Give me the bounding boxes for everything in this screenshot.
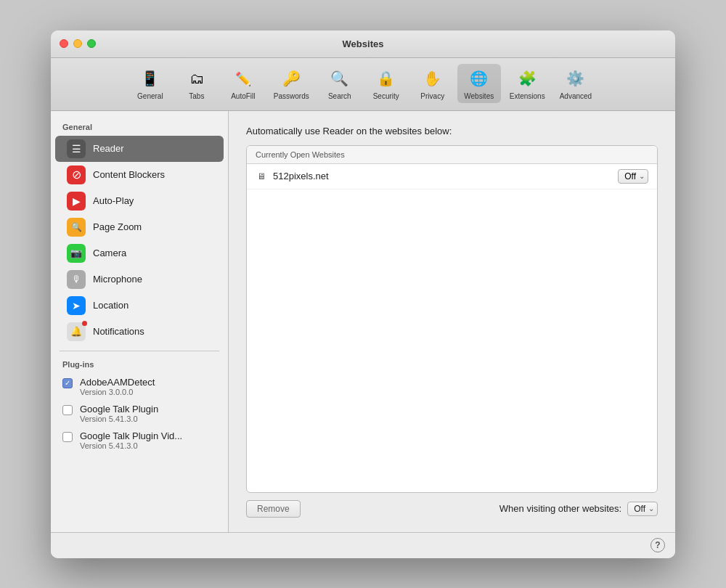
toolbar-item-search[interactable]: Search [318,64,362,103]
sidebar-item-notifications[interactable]: 🔔 Notifications [55,319,224,345]
toolbar-label-search: Search [328,92,351,100]
toolbar-item-extensions[interactable]: Extensions [504,64,551,103]
sidebar-item-camera[interactable]: 📷 Camera [55,240,224,266]
plugin-version-adobe: Version 3.0.0.0 [80,388,155,396]
toolbar-label-autofill: AutoFill [231,92,255,100]
toolbar-item-advanced[interactable]: Advanced [554,64,597,103]
toolbar-label-security: Security [373,92,399,100]
toolbar-label-passwords: Passwords [274,92,309,100]
extensions-toolbar-icon [515,67,539,90]
bottom-bar: Remove When visiting other websites: Off… [246,500,658,518]
privacy-toolbar-icon [421,67,444,90]
plugin-version-googletalk: Version 5.41.3.0 [80,415,158,423]
autofill-toolbar-icon [232,67,255,90]
plugin-name-googletalk-vid: Google Talk Plugin Vid... [80,430,182,441]
sidebar-item-page-zoom[interactable]: 🔍 Page Zoom [55,214,224,240]
remove-button[interactable]: Remove [246,500,301,518]
toolbar: General Tabs AutoFill Passwords Search [51,58,675,111]
help-button[interactable]: ? [650,538,665,552]
websites-toolbar-icon [468,67,491,90]
other-websites-select[interactable]: Off ⌄ [627,502,658,516]
security-toolbar-icon [375,67,398,90]
content-blockers-icon: ⊘ [67,166,86,184]
toolbar-item-security[interactable]: Security [364,64,408,103]
tabs-toolbar-icon [185,67,208,90]
toolbar-item-websites[interactable]: Websites [457,64,501,103]
websites-list-panel: Currently Open Websites 🖥 512pixels.net … [246,145,658,493]
toolbar-label-extensions: Extensions [510,92,545,100]
toolbar-item-tabs[interactable]: Tabs [175,64,219,103]
notifications-icon: 🔔 [67,322,86,341]
websites-panel: Automatically use Reader on the websites… [229,111,675,532]
microphone-icon: 🎙 [67,270,86,289]
minimize-button[interactable] [73,39,82,48]
sidebar-item-location-label: Location [93,300,129,311]
chevron-down-icon-other: ⌄ [648,505,654,513]
toolbar-item-autofill[interactable]: AutoFill [221,64,265,103]
auto-play-icon: ▶ [67,192,86,211]
other-websites-select-value: Off [634,504,645,514]
plugin-name-adobe: AdobeAAMDetect [80,377,155,388]
sidebar-item-content-blockers[interactable]: ⊘ Content Blockers [55,162,224,188]
chevron-down-icon: ⌄ [639,172,645,180]
sidebar-item-content-blockers-label: Content Blockers [93,169,165,180]
safari-preferences-window: Websites General Tabs AutoFill Passwords [51,30,675,558]
plugin-name-googletalk: Google Talk Plugin [80,404,158,415]
sidebar-item-location[interactable]: ➤ Location [55,293,224,319]
advanced-toolbar-icon [564,67,587,90]
maximize-button[interactable] [87,39,96,48]
passwords-toolbar-icon [280,67,303,90]
location-icon: ➤ [67,296,86,315]
toolbar-label-general: General [137,92,163,100]
toolbar-label-tabs: Tabs [189,92,204,100]
toolbar-item-passwords[interactable]: Passwords [268,64,315,103]
toolbar-label-advanced: Advanced [560,92,592,100]
toolbar-label-privacy: Privacy [420,92,444,100]
plugin-info-googletalk-vid: Google Talk Plugin Vid... Version 5.41.3… [80,430,182,450]
reader-icon: ☰ [67,139,86,158]
plugin-checkbox-googletalk[interactable] [62,405,73,415]
table-row: 🖥 512pixels.net Off ⌄ [247,164,657,189]
sidebar-item-auto-play[interactable]: ▶ Auto-Play [55,188,224,214]
plugin-item-googletalk[interactable]: Google Talk Plugin Version 5.41.3.0 [51,400,228,427]
general-toolbar-icon [139,67,162,90]
footer: ? [51,532,675,558]
traffic-lights [60,39,96,48]
main-content: General ☰ Reader ⊘ Content Blockers ▶ Au… [51,111,675,532]
description-text: Automatically use Reader on the websites… [246,126,658,136]
camera-icon: 📷 [67,244,86,263]
sidebar: General ☰ Reader ⊘ Content Blockers ▶ Au… [51,111,229,532]
window-title: Websites [343,38,384,49]
sidebar-item-page-zoom-label: Page Zoom [93,221,142,232]
sidebar-item-auto-play-label: Auto-Play [93,195,134,206]
sidebar-item-reader-label: Reader [93,143,124,154]
toolbar-item-general[interactable]: General [129,64,172,103]
page-zoom-icon: 🔍 [67,218,86,237]
sidebar-item-microphone[interactable]: 🎙 Microphone [55,266,224,293]
plugin-item-googletalk-vid[interactable]: Google Talk Plugin Vid... Version 5.41.3… [51,427,228,454]
website-select[interactable]: Off ⌄ [618,169,648,184]
sidebar-item-camera-label: Camera [93,248,126,258]
panel-header: Currently Open Websites [247,146,657,164]
title-bar: Websites [51,30,675,58]
sidebar-item-notifications-label: Notifications [93,326,144,337]
plugin-version-googletalk-vid: Version 5.41.3.0 [80,441,182,450]
plugin-checkbox-googletalk-vid[interactable] [62,432,73,442]
search-tb-toolbar-icon [328,67,351,90]
plugin-info-googletalk: Google Talk Plugin Version 5.41.3.0 [80,404,158,423]
plugin-info-adobe: AdobeAAMDetect Version 3.0.0.0 [80,377,155,396]
close-button[interactable] [60,39,68,48]
website-name: 512pixels.net [273,171,618,181]
toolbar-label-websites: Websites [464,92,494,100]
sidebar-divider [60,351,219,351]
other-websites-row: When visiting other websites: Off ⌄ [499,502,658,516]
toolbar-item-privacy[interactable]: Privacy [411,64,454,103]
website-select-value: Off [624,171,636,181]
general-section-header: General [51,120,228,136]
sidebar-item-microphone-label: Microphone [93,274,142,285]
plugins-section-header: Plug-ins [51,357,228,373]
sidebar-item-reader[interactable]: ☰ Reader [55,136,224,162]
other-websites-label: When visiting other websites: [499,503,621,514]
plugin-item-adobe[interactable]: AdobeAAMDetect Version 3.0.0.0 [51,373,228,400]
plugin-checkbox-adobe[interactable] [62,378,73,388]
